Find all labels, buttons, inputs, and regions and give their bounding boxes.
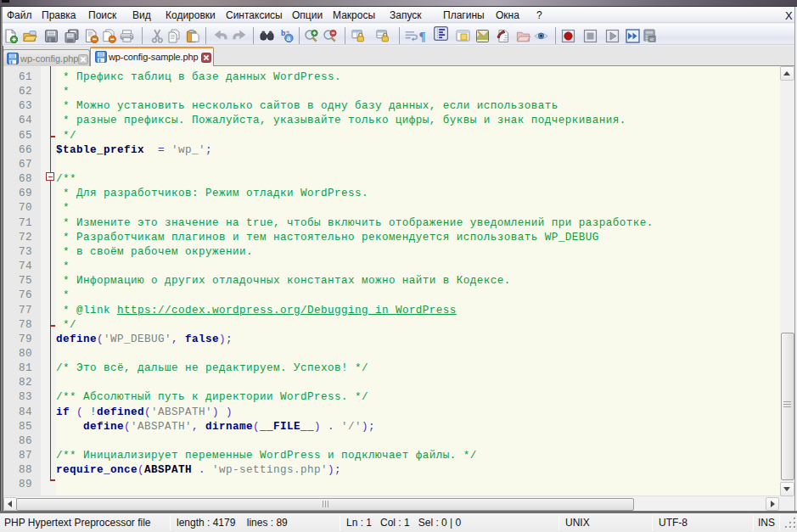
svg-text:uc: uc (650, 37, 655, 42)
svg-text:¶: ¶ (419, 30, 426, 43)
svg-text:a: a (287, 34, 291, 42)
svg-text:b: b (281, 29, 285, 37)
